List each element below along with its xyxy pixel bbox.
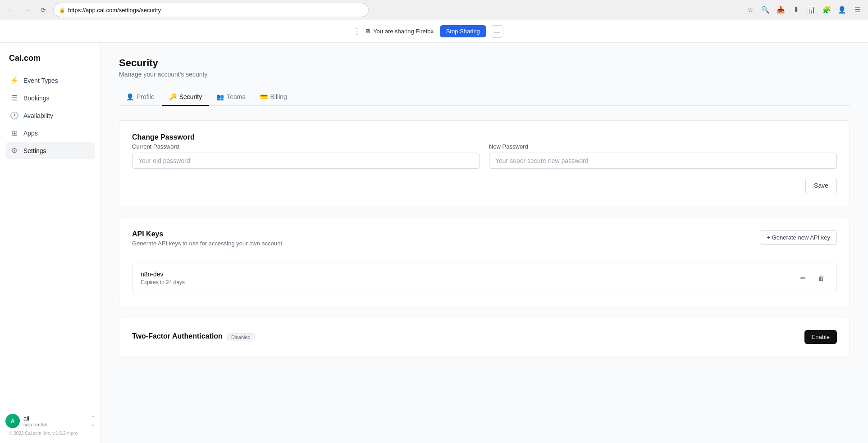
twofa-title: Two-Factor Authentication <box>132 332 223 340</box>
sidebar-item-label: Settings <box>23 147 46 154</box>
api-keys-section: API Keys Generate API keys to use for ac… <box>119 217 850 306</box>
new-password-input[interactable] <box>489 153 837 169</box>
url-text: https://app.cal.com/settings/security <box>68 7 161 14</box>
bookmark-button[interactable]: ☆ <box>744 4 756 16</box>
profile-button[interactable]: 👤 <box>836 4 848 16</box>
settings-icon: ⚙ <box>10 146 19 155</box>
browser-toolbar: ← → ⟳ 🔒 https://app.cal.com/settings/sec… <box>0 0 868 20</box>
event-types-icon: ⚡ <box>10 76 19 85</box>
tab-security[interactable]: 🔑 Security <box>162 89 210 106</box>
forward-button[interactable]: → <box>21 4 33 16</box>
api-keys-header: API Keys Generate API keys to use for ac… <box>132 230 837 256</box>
tab-label: Profile <box>137 93 155 100</box>
sidebar: Cal.com ⚡ Event Types ☰ Bookings 🕐 Avail… <box>0 43 101 443</box>
bookings-icon: ☰ <box>10 94 19 102</box>
two-factor-section: Two-Factor Authentication Disabled Enabl… <box>119 317 850 357</box>
extension-button[interactable]: 🧩 <box>820 4 833 16</box>
api-key-expiry: Expires in 24 days <box>141 279 185 285</box>
user-text: ali cal.com/ali <box>23 415 47 427</box>
current-password-input[interactable] <box>132 153 480 169</box>
minimize-button[interactable]: — <box>491 25 503 38</box>
current-password-field: Current Password <box>132 143 480 169</box>
download-button[interactable]: ⬇ <box>790 4 802 16</box>
user-handle: cal.com/ali <box>23 422 47 427</box>
monitor-icon: 🖥 <box>365 28 370 35</box>
browser-actions: ☆ 🔍 📥 ⬇ 📊 🧩 👤 ☰ <box>744 4 863 16</box>
change-password-section: Change Password Current Password New Pas… <box>119 120 850 206</box>
api-keys-subtitle: Generate API keys to use for accessing y… <box>132 240 284 247</box>
sidebar-item-settings[interactable]: ⚙ Settings <box>5 142 95 159</box>
edit-api-key-button[interactable]: ✏ <box>796 271 810 285</box>
twofa-status-badge: Disabled <box>227 333 255 341</box>
api-keys-title: API Keys <box>132 230 284 238</box>
enable-twofa-button[interactable]: Enable <box>804 330 837 344</box>
back-button[interactable]: ← <box>5 4 17 16</box>
teams-tab-icon: 👥 <box>216 93 224 100</box>
tab-label: Teams <box>227 93 245 100</box>
current-password-label: Current Password <box>132 143 480 150</box>
delete-api-key-button[interactable]: 🗑 <box>814 271 828 285</box>
sharing-bar: ⋮ 🖥 You are sharing Firefox. Stop Sharin… <box>0 20 868 43</box>
sharing-text: 🖥 You are sharing Firefox. <box>365 28 435 35</box>
sidebar-item-label: Bookings <box>23 95 50 102</box>
new-password-field: New Password <box>489 143 837 169</box>
sidebar-item-label: Apps <box>23 130 38 137</box>
api-key-actions: ✏ 🗑 <box>796 271 828 285</box>
sidebar-footer: A ali cal.com/ali ⌃⌄ <box>5 408 95 428</box>
expand-button[interactable]: ⌃⌄ <box>91 415 95 427</box>
api-key-item: n8n-dev Expires in 24 days ✏ 🗑 <box>132 263 837 293</box>
generate-api-key-button[interactable]: + Generate new API key <box>760 230 837 245</box>
page-title: Security <box>119 57 850 69</box>
user-info[interactable]: A ali cal.com/ali <box>5 414 47 428</box>
sidebar-logo: Cal.com <box>5 50 95 72</box>
sidebar-item-availability[interactable]: 🕐 Availability <box>5 107 95 124</box>
apps-icon: ⊞ <box>10 129 19 137</box>
billing-tab-icon: 💳 <box>260 93 268 100</box>
twofa-header: Two-Factor Authentication Disabled Enabl… <box>132 330 837 344</box>
reload-button[interactable]: ⟳ <box>37 4 50 16</box>
copyright: © 2022 Cal.com, Inc. v.1.6.2-n-pro <box>5 428 95 436</box>
api-key-info: n8n-dev Expires in 24 days <box>141 271 185 285</box>
search-button[interactable]: 🔍 <box>759 4 772 16</box>
save-password-button[interactable]: Save <box>805 178 837 193</box>
stop-sharing-button[interactable]: Stop Sharing <box>440 25 486 37</box>
tabs: 👤 Profile 🔑 Security 👥 Teams 💳 Billing <box>119 89 850 106</box>
address-bar[interactable]: 🔒 https://app.cal.com/settings/security <box>53 3 369 17</box>
sidebar-item-event-types[interactable]: ⚡ Event Types <box>5 72 95 89</box>
tab-billing[interactable]: 💳 Billing <box>253 89 294 106</box>
tab-teams[interactable]: 👥 Teams <box>209 89 252 106</box>
change-password-title: Change Password <box>132 133 837 141</box>
pocket-button[interactable]: 📥 <box>774 4 787 16</box>
avatar: A <box>5 414 20 428</box>
availability-icon: 🕐 <box>10 111 19 120</box>
user-name: ali <box>23 415 47 422</box>
api-key-name: n8n-dev <box>141 271 185 278</box>
security-tab-icon: 🔑 <box>169 93 177 100</box>
app-container: Cal.com ⚡ Event Types ☰ Bookings 🕐 Avail… <box>0 43 868 443</box>
sidebar-item-label: Event Types <box>23 77 58 84</box>
tab-profile[interactable]: 👤 Profile <box>119 89 162 106</box>
chart-button[interactable]: 📊 <box>805 4 818 16</box>
menu-button[interactable]: ☰ <box>851 4 863 16</box>
password-fields: Current Password New Password <box>132 143 837 169</box>
tab-label: Billing <box>270 93 287 100</box>
page-header: Security Manage your account's security. <box>119 57 850 78</box>
tab-label: Security <box>179 93 202 100</box>
sidebar-item-label: Availability <box>23 112 53 119</box>
main-content: Security Manage your account's security.… <box>101 43 868 443</box>
sidebar-item-bookings[interactable]: ☰ Bookings <box>5 90 95 106</box>
lock-icon: 🔒 <box>59 7 65 13</box>
api-keys-header-text: API Keys Generate API keys to use for ac… <box>132 230 284 256</box>
new-password-label: New Password <box>489 143 837 150</box>
page-subtitle: Manage your account's security. <box>119 71 850 78</box>
save-row: Save <box>132 178 837 193</box>
sharing-dots[interactable]: ⋮ <box>353 27 361 36</box>
profile-tab-icon: 👤 <box>126 93 134 100</box>
sidebar-item-apps[interactable]: ⊞ Apps <box>5 125 95 141</box>
sidebar-nav: ⚡ Event Types ☰ Bookings 🕐 Availability … <box>5 72 95 408</box>
